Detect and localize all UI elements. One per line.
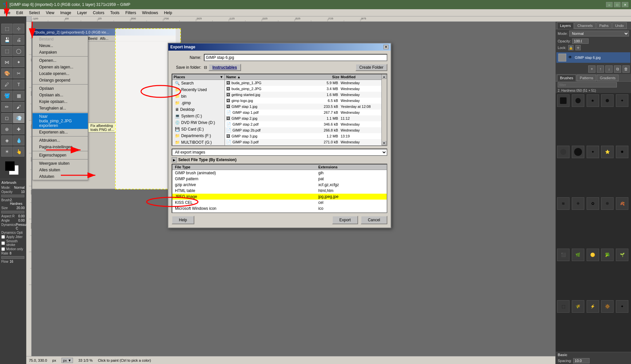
tab-brushes[interactable]: Brushes <box>557 75 576 81</box>
tool-color-select[interactable]: 🎨 <box>1 68 12 78</box>
size-slider[interactable] <box>1 211 24 213</box>
tab-undo[interactable]: Undo <box>612 22 627 29</box>
tool-ellipse-select[interactable]: ◯ <box>13 46 24 56</box>
place-dept-f[interactable]: 📁Departments (F:) <box>172 133 225 139</box>
lock-position-btn[interactable]: ✛ <box>575 45 581 50</box>
ctx-menu-exporteren-als[interactable]: Exporteren als... <box>33 129 88 135</box>
minimize-button[interactable]: – <box>606 2 613 7</box>
menu-colors[interactable]: Colors <box>90 10 107 16</box>
breadcrumb-folder-btn[interactable]: Instructables <box>208 64 241 71</box>
scroll-down-btn[interactable]: ▼ <box>382 141 386 145</box>
menu-tools[interactable]: Tools <box>108 10 122 16</box>
spacing-input[interactable] <box>573 358 590 363</box>
ctx-menu-openen-lagen[interactable]: Openen als lagen... <box>33 64 88 70</box>
menu-filters[interactable]: Filters <box>123 10 139 16</box>
dialog-close-btn[interactable]: ✕ <box>383 45 389 49</box>
layer-visibility-icon[interactable]: 👁 <box>568 55 573 60</box>
tool-new[interactable]: ⬚ <box>1 24 12 34</box>
filetype-gimp-brush[interactable]: GIMP brush (animated)gih <box>172 170 387 176</box>
place-desktop[interactable]: 🖥Desktop <box>172 106 225 113</box>
filetype-mng[interactable]: MNG animationmng <box>172 211 387 213</box>
scroll-up-btn[interactable]: ▲ <box>382 74 386 79</box>
help-button[interactable]: Help <box>172 216 194 224</box>
tool-rect-select[interactable]: ⬚ <box>1 46 12 56</box>
color-swatches[interactable] <box>5 161 21 178</box>
opacity-slider[interactable] <box>1 195 24 197</box>
brush-item-22[interactable]: 🌾 <box>572 300 584 313</box>
brush-item-3[interactable]: ★ <box>587 94 599 107</box>
duplicate-layer-btn[interactable]: ⧉ <box>614 65 621 73</box>
tool-dodge[interactable]: ☀ <box>1 147 12 157</box>
menu-image[interactable]: Image <box>58 10 74 16</box>
export-button[interactable]: Export <box>332 216 358 224</box>
ctx-menu-opslaan-als[interactable]: Opslaan als... <box>33 92 88 98</box>
ctx-menu-kopie[interactable]: Kopie opslaan... <box>33 98 88 105</box>
dialog-name-input[interactable] <box>204 54 387 61</box>
tab-layers[interactable]: Layers <box>557 22 574 29</box>
tool-fuzzy-select[interactable]: ✦ <box>13 57 24 67</box>
brush-item-20[interactable]: 🌱 <box>616 249 628 261</box>
tab-paths[interactable]: Paths <box>596 22 612 29</box>
tool-airbrush[interactable]: 💨 <box>13 113 24 123</box>
tool-perspective-clone[interactable]: ◈ <box>1 135 12 145</box>
file-row-7[interactable]: 🖼GIMP stap 2.jpg1.1 MB11:12 <box>225 115 381 121</box>
ctx-menu-eigenschappen[interactable]: Eigenschappen <box>33 152 88 158</box>
brush-item-1[interactable] <box>557 94 570 107</box>
expand-filetype-btn[interactable]: ▶ <box>172 157 177 162</box>
file-row-6[interactable]: 📄GIMP stap 1.pdf267.7 kBWednesday <box>225 109 381 115</box>
file-row-4[interactable]: 🖼gimp logo.jpg6.5 kBWednesday <box>225 98 381 104</box>
col-modified[interactable]: Modified <box>341 75 380 79</box>
menu-view[interactable]: View <box>43 10 57 16</box>
ctx-menu-locatie[interactable]: Locatie openen... <box>33 70 88 77</box>
brush-item-7[interactable] <box>572 146 584 158</box>
ctx-menu-aanpaken[interactable]: Aanpaken <box>33 49 88 56</box>
tool-paint[interactable]: 🖌 <box>13 102 24 112</box>
brush-item-24[interactable]: 🔆 <box>601 300 614 313</box>
brush-item-6[interactable] <box>557 146 570 158</box>
menu-windows[interactable]: Windows <box>139 10 161 16</box>
menu-edit[interactable]: Edit <box>13 10 26 16</box>
ctx-menu-nieuw[interactable]: Nieuw... <box>33 42 88 49</box>
brush-item-11[interactable]: ≋ <box>557 197 570 210</box>
tool-heal[interactable]: ✚ <box>13 124 24 134</box>
ctx-menu-afsluiten[interactable]: Afsluiten <box>33 173 88 180</box>
tool-eraser[interactable]: ◻ <box>1 113 12 123</box>
tool-scissors[interactable]: ✂ <box>13 68 24 78</box>
file-row-5[interactable]: 🖼GIMP stap 1.jpg233.5 kBYesterday at 12:… <box>225 104 381 109</box>
ctx-menu-exporteren[interactable]: Naar buda_pimp_2.JPG exporteren <box>33 113 88 129</box>
layer-mode-select[interactable]: Normal <box>569 31 629 36</box>
tool-free-select[interactable]: ⋈ <box>1 57 12 67</box>
move-layer-up-btn[interactable]: ↑ <box>597 65 604 73</box>
col-size[interactable]: Size <box>318 75 341 79</box>
tool-pencil[interactable]: ✏ <box>1 102 12 112</box>
layer-opacity-input[interactable] <box>572 38 589 44</box>
ctx-menu-onlangs[interactable]: Onlangs geopend <box>33 77 88 84</box>
move-layer-down-btn[interactable]: ↓ <box>605 65 613 73</box>
brushes-filter-input[interactable] <box>558 82 617 87</box>
filetype-jpeg[interactable]: JPEG imagejpg,jpeg,jpe <box>172 194 387 200</box>
brush-item-2[interactable] <box>572 94 584 107</box>
motion-only-checkbox[interactable] <box>1 247 5 251</box>
tool-bucket[interactable]: 🪣 <box>1 91 12 101</box>
brush-item-17[interactable]: 🌿 <box>572 249 584 261</box>
ctx-menu-afdrukken[interactable]: Afdrukken... <box>33 137 88 144</box>
tool-paths[interactable]: 🖊 <box>1 80 12 89</box>
brush-item-21[interactable]: ⬚ <box>557 300 570 313</box>
place-dvd-d[interactable]: 💿DVD RW Drive (D:) <box>172 119 225 126</box>
brush-item-12[interactable]: ⁜ <box>572 197 584 210</box>
layer-row[interactable]: 👁 GIMP stap 6.jpg <box>556 52 630 63</box>
brush-item-13[interactable]: ✿ <box>587 197 599 210</box>
brush-item-25[interactable]: ✦ <box>616 300 628 313</box>
brush-item-16[interactable]: ⬛ <box>557 249 570 261</box>
smooth-stroke-checkbox[interactable] <box>1 241 5 245</box>
export-filter-select[interactable]: All export images <box>172 149 387 156</box>
filetype-gimp-pattern[interactable]: GIMP patternpat <box>172 176 387 182</box>
place-gimp[interactable]: 📁.gimp <box>172 100 225 106</box>
brush-item-5[interactable]: ✦ <box>616 94 628 107</box>
tab-patterns[interactable]: Patterns <box>577 75 596 81</box>
apply-jitter-checkbox[interactable] <box>1 235 5 239</box>
place-bin[interactable]: 📁bin <box>172 93 225 100</box>
filetype-gzip[interactable]: gzip archivexcf.gz,xcfgz <box>172 182 387 188</box>
maximize-button[interactable]: □ <box>614 2 620 7</box>
menu-select[interactable]: Select <box>26 10 42 16</box>
